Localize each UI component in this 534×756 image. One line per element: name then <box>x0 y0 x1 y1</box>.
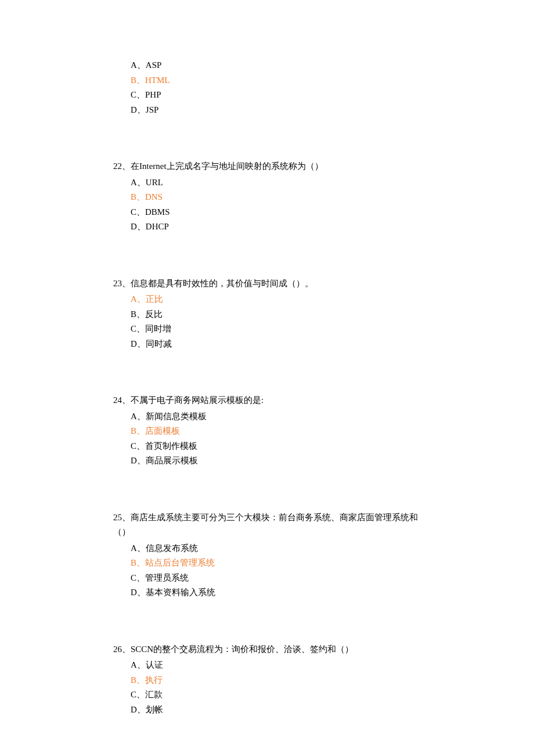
option: D、基本资料输入系统 <box>131 585 421 600</box>
option: C、同时增 <box>131 322 421 337</box>
option-label: D、 <box>131 456 146 465</box>
option-label: B、 <box>131 558 145 567</box>
option-label: A、 <box>131 60 146 70</box>
question-text: SCCN的整个交易流程为：询价和报价、洽谈、签约和（） <box>131 645 353 654</box>
option-label: D、 <box>131 705 146 714</box>
question-block: 26、SCCN的整个交易流程为：询价和报价、洽谈、签约和（）A、认证B、执行C、… <box>113 642 421 718</box>
question-number: 24、 <box>113 395 131 405</box>
question-number: 22、 <box>113 161 131 171</box>
option-text: JSP <box>146 105 159 114</box>
question-text: 信息都是具有时效性的，其价值与时间成（）。 <box>131 279 313 288</box>
option: C、管理员系统 <box>131 571 421 586</box>
question-block: 23、信息都是具有时效性的，其价值与时间成（）。A、正比B、反比C、同时增D、同… <box>113 276 421 352</box>
option: B、站点后台管理系统 <box>131 556 421 571</box>
option-label: B、 <box>131 426 145 435</box>
options-list: A、新闻信息类模板B、店面模板C、首页制作模板D、商品展示模板 <box>113 409 421 469</box>
option: D、商品展示模板 <box>131 453 421 469</box>
option-text: 管理员系统 <box>145 573 189 582</box>
option: D、同时减 <box>131 337 421 352</box>
option: C、DBMS <box>131 205 421 220</box>
option-label: A、 <box>131 660 146 669</box>
option-text: 首页制作模板 <box>145 441 197 451</box>
document-page: A、ASPB、HTMLC、PHPD、JSP 22、在Internet上完成名字与… <box>0 0 534 756</box>
option-label: B、 <box>131 675 145 685</box>
option-label: C、 <box>131 690 145 699</box>
option: B、DNS <box>131 190 421 205</box>
option-text: PHP <box>145 90 161 99</box>
option-text: DBMS <box>145 207 170 217</box>
question-block: 22、在Internet上完成名字与地址间映射的系统称为（）A、URLB、DNS… <box>113 159 421 235</box>
option: C、PHP <box>131 88 421 103</box>
options-list: A、信息发布系统B、站点后台管理系统C、管理员系统D、基本资料输入系统 <box>113 541 421 600</box>
option-label: A、 <box>131 543 146 553</box>
option-text: 划帐 <box>146 705 163 714</box>
option-text: HTML <box>145 75 170 85</box>
option: B、执行 <box>131 673 421 688</box>
option: A、正比 <box>131 292 421 307</box>
option-label: B、 <box>131 75 145 85</box>
option: A、新闻信息类模板 <box>131 409 421 424</box>
option-text: 汇款 <box>145 690 163 699</box>
options-list: A、正比B、反比C、同时增D、同时减 <box>113 292 421 351</box>
option-label: A、 <box>131 294 146 304</box>
option: B、HTML <box>131 73 421 88</box>
option: D、JSP <box>131 103 421 118</box>
option-text: 反比 <box>145 309 163 319</box>
option-text: ASP <box>146 60 162 70</box>
option-label: B、 <box>131 192 145 201</box>
option-text: DHCP <box>146 222 169 231</box>
options-list: A、认证B、执行C、汇款D、划帐 <box>113 658 421 717</box>
option-text: 新闻信息类模板 <box>146 412 207 421</box>
question-block: 24、不属于电子商务网站展示模板的是:A、新闻信息类模板B、店面模板C、首页制作… <box>113 393 421 469</box>
option-label: A、 <box>131 178 146 187</box>
question-number: 23、 <box>113 279 131 288</box>
option-label: A、 <box>131 412 146 421</box>
question-stem: 25、商店生成系统主要可分为三个大模块：前台商务系统、商家店面管理系统和（） <box>113 510 421 540</box>
question-text: 商店生成系统主要可分为三个大模块：前台商务系统、商家店面管理系统和（） <box>113 513 418 537</box>
option-label: D、 <box>131 222 146 231</box>
option: B、反比 <box>131 307 421 322</box>
option-text: 商品展示模板 <box>146 456 198 465</box>
option-text: 执行 <box>145 675 163 685</box>
option-label: C、 <box>131 324 145 333</box>
option: B、店面模板 <box>131 424 421 439</box>
question-number: 26、 <box>113 645 131 654</box>
option-text: 信息发布系统 <box>146 543 198 553</box>
option-label: C、 <box>131 90 145 99</box>
option: A、ASP <box>131 58 421 73</box>
option-text: 站点后台管理系统 <box>145 558 215 567</box>
option-label: D、 <box>131 588 146 597</box>
question-stem: 23、信息都是具有时效性的，其价值与时间成（）。 <box>113 276 421 291</box>
option-text: 认证 <box>146 660 163 669</box>
option-text: 同时减 <box>146 339 172 348</box>
option-text: DNS <box>145 192 163 201</box>
question-number: 25、 <box>113 513 131 522</box>
option-text: 店面模板 <box>145 426 180 435</box>
option-label: C、 <box>131 441 145 451</box>
question-stem: 26、SCCN的整个交易流程为：询价和报价、洽谈、签约和（） <box>113 642 421 657</box>
options-list: A、URLB、DNSC、DBMSD、DHCP <box>113 175 421 235</box>
question-text: 在Internet上完成名字与地址间映射的系统称为（） <box>131 161 323 171</box>
option-text: URL <box>146 178 163 187</box>
option-text: 同时增 <box>145 324 171 333</box>
option: C、汇款 <box>131 687 421 703</box>
option: D、DHCP <box>131 219 421 235</box>
option-label: B、 <box>131 309 145 319</box>
option: A、认证 <box>131 658 421 673</box>
question-stem: 24、不属于电子商务网站展示模板的是: <box>113 393 421 408</box>
question-stem: 22、在Internet上完成名字与地址间映射的系统称为（） <box>113 159 421 174</box>
option: A、URL <box>131 175 421 190</box>
option: C、首页制作模板 <box>131 439 421 454</box>
option-label: C、 <box>131 207 145 217</box>
question-block: 25、商店生成系统主要可分为三个大模块：前台商务系统、商家店面管理系统和（）A、… <box>113 510 421 600</box>
option-label: C、 <box>131 573 145 582</box>
option-text: 正比 <box>146 294 163 304</box>
previous-question-options: A、ASPB、HTMLC、PHPD、JSP <box>113 58 421 117</box>
option: D、划帐 <box>131 703 421 718</box>
option-label: D、 <box>131 105 146 114</box>
option: A、信息发布系统 <box>131 541 421 556</box>
question-text: 不属于电子商务网站展示模板的是: <box>131 395 264 405</box>
option-label: D、 <box>131 339 146 348</box>
option-text: 基本资料输入系统 <box>146 588 215 597</box>
